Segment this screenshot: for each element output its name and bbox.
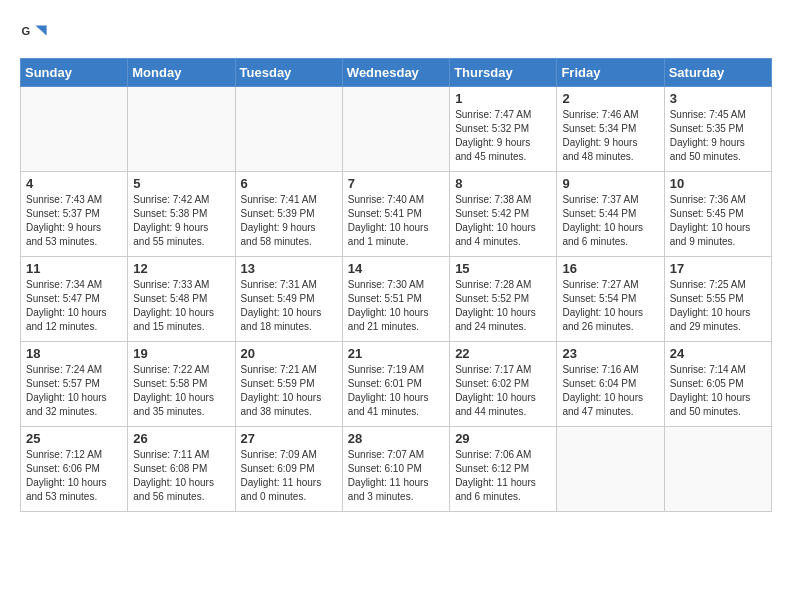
calendar-week-row-3: 11Sunrise: 7:34 AM Sunset: 5:47 PM Dayli… [21,257,772,342]
calendar-cell: 4Sunrise: 7:43 AM Sunset: 5:37 PM Daylig… [21,172,128,257]
day-info: Sunrise: 7:28 AM Sunset: 5:52 PM Dayligh… [455,278,551,334]
calendar-cell [664,427,771,512]
day-info: Sunrise: 7:12 AM Sunset: 6:06 PM Dayligh… [26,448,122,504]
day-number: 13 [241,261,337,276]
day-number: 12 [133,261,229,276]
calendar-cell: 21Sunrise: 7:19 AM Sunset: 6:01 PM Dayli… [342,342,449,427]
day-number: 14 [348,261,444,276]
calendar-week-row-2: 4Sunrise: 7:43 AM Sunset: 5:37 PM Daylig… [21,172,772,257]
day-info: Sunrise: 7:07 AM Sunset: 6:10 PM Dayligh… [348,448,444,504]
day-number: 22 [455,346,551,361]
svg-text:G: G [21,25,30,37]
calendar-cell: 28Sunrise: 7:07 AM Sunset: 6:10 PM Dayli… [342,427,449,512]
day-info: Sunrise: 7:17 AM Sunset: 6:02 PM Dayligh… [455,363,551,419]
calendar-cell: 25Sunrise: 7:12 AM Sunset: 6:06 PM Dayli… [21,427,128,512]
calendar-table: SundayMondayTuesdayWednesdayThursdayFrid… [20,58,772,512]
calendar-cell: 29Sunrise: 7:06 AM Sunset: 6:12 PM Dayli… [450,427,557,512]
weekday-header-wednesday: Wednesday [342,59,449,87]
day-number: 19 [133,346,229,361]
day-number: 26 [133,431,229,446]
day-info: Sunrise: 7:11 AM Sunset: 6:08 PM Dayligh… [133,448,229,504]
day-number: 28 [348,431,444,446]
day-info: Sunrise: 7:06 AM Sunset: 6:12 PM Dayligh… [455,448,551,504]
calendar-cell: 19Sunrise: 7:22 AM Sunset: 5:58 PM Dayli… [128,342,235,427]
calendar-cell: 9Sunrise: 7:37 AM Sunset: 5:44 PM Daylig… [557,172,664,257]
weekday-header-thursday: Thursday [450,59,557,87]
day-number: 10 [670,176,766,191]
day-number: 18 [26,346,122,361]
day-info: Sunrise: 7:22 AM Sunset: 5:58 PM Dayligh… [133,363,229,419]
page-header: G [20,20,772,48]
calendar-cell: 7Sunrise: 7:40 AM Sunset: 5:41 PM Daylig… [342,172,449,257]
day-info: Sunrise: 7:25 AM Sunset: 5:55 PM Dayligh… [670,278,766,334]
day-info: Sunrise: 7:38 AM Sunset: 5:42 PM Dayligh… [455,193,551,249]
calendar-cell: 2Sunrise: 7:46 AM Sunset: 5:34 PM Daylig… [557,87,664,172]
calendar-cell: 3Sunrise: 7:45 AM Sunset: 5:35 PM Daylig… [664,87,771,172]
day-info: Sunrise: 7:47 AM Sunset: 5:32 PM Dayligh… [455,108,551,164]
calendar-cell: 12Sunrise: 7:33 AM Sunset: 5:48 PM Dayli… [128,257,235,342]
day-number: 27 [241,431,337,446]
day-info: Sunrise: 7:14 AM Sunset: 6:05 PM Dayligh… [670,363,766,419]
weekday-header-saturday: Saturday [664,59,771,87]
calendar-cell: 10Sunrise: 7:36 AM Sunset: 5:45 PM Dayli… [664,172,771,257]
calendar-cell [557,427,664,512]
day-info: Sunrise: 7:31 AM Sunset: 5:49 PM Dayligh… [241,278,337,334]
day-info: Sunrise: 7:36 AM Sunset: 5:45 PM Dayligh… [670,193,766,249]
calendar-cell: 18Sunrise: 7:24 AM Sunset: 5:57 PM Dayli… [21,342,128,427]
day-info: Sunrise: 7:37 AM Sunset: 5:44 PM Dayligh… [562,193,658,249]
calendar-cell: 6Sunrise: 7:41 AM Sunset: 5:39 PM Daylig… [235,172,342,257]
logo: G [20,20,52,48]
day-number: 29 [455,431,551,446]
calendar-cell: 15Sunrise: 7:28 AM Sunset: 5:52 PM Dayli… [450,257,557,342]
day-info: Sunrise: 7:41 AM Sunset: 5:39 PM Dayligh… [241,193,337,249]
day-info: Sunrise: 7:45 AM Sunset: 5:35 PM Dayligh… [670,108,766,164]
day-info: Sunrise: 7:34 AM Sunset: 5:47 PM Dayligh… [26,278,122,334]
calendar-cell: 26Sunrise: 7:11 AM Sunset: 6:08 PM Dayli… [128,427,235,512]
day-number: 24 [670,346,766,361]
weekday-header-friday: Friday [557,59,664,87]
day-info: Sunrise: 7:43 AM Sunset: 5:37 PM Dayligh… [26,193,122,249]
calendar-cell: 1Sunrise: 7:47 AM Sunset: 5:32 PM Daylig… [450,87,557,172]
day-number: 4 [26,176,122,191]
calendar-cell: 5Sunrise: 7:42 AM Sunset: 5:38 PM Daylig… [128,172,235,257]
svg-marker-1 [35,26,46,36]
day-info: Sunrise: 7:24 AM Sunset: 5:57 PM Dayligh… [26,363,122,419]
weekday-header-monday: Monday [128,59,235,87]
day-info: Sunrise: 7:46 AM Sunset: 5:34 PM Dayligh… [562,108,658,164]
calendar-cell [21,87,128,172]
day-info: Sunrise: 7:40 AM Sunset: 5:41 PM Dayligh… [348,193,444,249]
weekday-header-sunday: Sunday [21,59,128,87]
calendar-cell: 8Sunrise: 7:38 AM Sunset: 5:42 PM Daylig… [450,172,557,257]
calendar-week-row-4: 18Sunrise: 7:24 AM Sunset: 5:57 PM Dayli… [21,342,772,427]
weekday-header-tuesday: Tuesday [235,59,342,87]
day-number: 25 [26,431,122,446]
day-number: 7 [348,176,444,191]
day-number: 3 [670,91,766,106]
day-number: 5 [133,176,229,191]
logo-icon: G [20,20,48,48]
weekday-header-row: SundayMondayTuesdayWednesdayThursdayFrid… [21,59,772,87]
day-number: 2 [562,91,658,106]
day-info: Sunrise: 7:16 AM Sunset: 6:04 PM Dayligh… [562,363,658,419]
calendar-cell: 20Sunrise: 7:21 AM Sunset: 5:59 PM Dayli… [235,342,342,427]
day-info: Sunrise: 7:21 AM Sunset: 5:59 PM Dayligh… [241,363,337,419]
calendar-cell [128,87,235,172]
calendar-cell: 11Sunrise: 7:34 AM Sunset: 5:47 PM Dayli… [21,257,128,342]
calendar-cell: 27Sunrise: 7:09 AM Sunset: 6:09 PM Dayli… [235,427,342,512]
day-number: 21 [348,346,444,361]
calendar-cell [342,87,449,172]
calendar-cell: 24Sunrise: 7:14 AM Sunset: 6:05 PM Dayli… [664,342,771,427]
day-number: 8 [455,176,551,191]
calendar-cell: 17Sunrise: 7:25 AM Sunset: 5:55 PM Dayli… [664,257,771,342]
day-number: 16 [562,261,658,276]
day-info: Sunrise: 7:30 AM Sunset: 5:51 PM Dayligh… [348,278,444,334]
day-number: 20 [241,346,337,361]
day-number: 1 [455,91,551,106]
day-info: Sunrise: 7:19 AM Sunset: 6:01 PM Dayligh… [348,363,444,419]
day-number: 11 [26,261,122,276]
day-info: Sunrise: 7:42 AM Sunset: 5:38 PM Dayligh… [133,193,229,249]
calendar-week-row-1: 1Sunrise: 7:47 AM Sunset: 5:32 PM Daylig… [21,87,772,172]
day-number: 23 [562,346,658,361]
calendar-cell: 22Sunrise: 7:17 AM Sunset: 6:02 PM Dayli… [450,342,557,427]
calendar-cell [235,87,342,172]
